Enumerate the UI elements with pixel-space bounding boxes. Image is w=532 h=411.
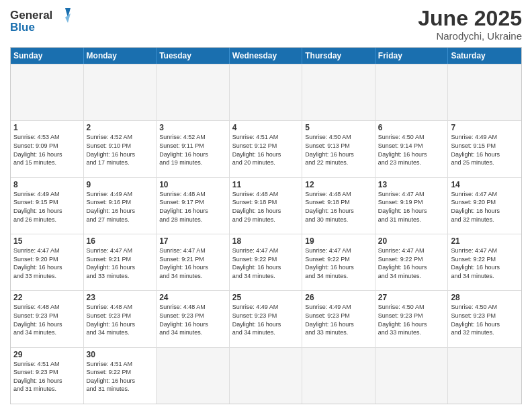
day-number: 25 [232, 293, 300, 302]
calendar-cell: 16Sunrise: 4:47 AM Sunset: 9:21 PM Dayli… [84, 234, 157, 290]
calendar-cell [375, 348, 449, 404]
calendar-cell: 20Sunrise: 4:47 AM Sunset: 9:22 PM Dayli… [375, 234, 449, 290]
cell-info: Sunrise: 4:49 AM Sunset: 9:23 PM Dayligh… [305, 303, 372, 336]
cell-info: Sunrise: 4:52 AM Sunset: 9:11 PM Dayligh… [159, 133, 226, 167]
day-number: 5 [305, 123, 372, 132]
cell-info: Sunrise: 4:47 AM Sunset: 9:19 PM Dayligh… [378, 190, 445, 224]
calendar-header-row: Sunday Monday Tuesday Wednesday Thursday… [11, 48, 521, 64]
col-sunday: Sunday [11, 48, 84, 64]
calendar-week-4: 15Sunrise: 4:47 AM Sunset: 9:20 PM Dayli… [11, 234, 521, 290]
cell-info: Sunrise: 4:50 AM Sunset: 9:13 PM Dayligh… [305, 133, 372, 167]
cell-info: Sunrise: 4:47 AM Sunset: 9:21 PM Dayligh… [87, 246, 154, 280]
title-block: June 2025 Narodychi, Ukraine [418, 7, 522, 42]
day-number: 8 [13, 180, 81, 189]
svg-text:General: General [10, 9, 52, 21]
cell-info: Sunrise: 4:47 AM Sunset: 9:20 PM Dayligh… [451, 190, 519, 224]
col-tuesday: Tuesday [157, 48, 230, 64]
calendar-cell [448, 64, 521, 120]
cell-info: Sunrise: 4:50 AM Sunset: 9:14 PM Dayligh… [378, 133, 445, 167]
cell-info: Sunrise: 4:47 AM Sunset: 9:20 PM Dayligh… [13, 246, 81, 280]
day-number: 15 [13, 236, 81, 246]
calendar-cell: 19Sunrise: 4:47 AM Sunset: 9:22 PM Dayli… [302, 234, 375, 290]
calendar-cell: 22Sunrise: 4:48 AM Sunset: 9:23 PM Dayli… [11, 291, 84, 347]
day-number: 1 [13, 123, 81, 132]
calendar-cell: 27Sunrise: 4:50 AM Sunset: 9:23 PM Dayli… [375, 291, 449, 347]
calendar-cell [230, 64, 303, 120]
day-number: 6 [378, 123, 445, 132]
calendar-week-5: 22Sunrise: 4:48 AM Sunset: 9:23 PM Dayli… [11, 290, 521, 347]
calendar-cell: 29Sunrise: 4:51 AM Sunset: 9:23 PM Dayli… [11, 348, 84, 404]
header: General Blue June 2025 Narodychi, Ukrain… [10, 7, 522, 42]
calendar-cell [448, 348, 521, 404]
cell-info: Sunrise: 4:47 AM Sunset: 9:22 PM Dayligh… [451, 246, 519, 280]
cell-info: Sunrise: 4:50 AM Sunset: 9:23 PM Dayligh… [451, 303, 519, 336]
cell-info: Sunrise: 4:48 AM Sunset: 9:18 PM Dayligh… [305, 190, 372, 224]
day-number: 17 [159, 236, 226, 246]
calendar-cell [302, 64, 375, 120]
calendar-cell: 18Sunrise: 4:47 AM Sunset: 9:22 PM Dayli… [230, 234, 303, 290]
calendar-cell: 13Sunrise: 4:47 AM Sunset: 9:19 PM Dayli… [375, 178, 449, 234]
day-number: 27 [378, 293, 445, 302]
cell-info: Sunrise: 4:53 AM Sunset: 9:09 PM Dayligh… [13, 133, 81, 167]
day-number: 29 [13, 350, 81, 359]
day-number: 23 [87, 293, 154, 302]
cell-info: Sunrise: 4:49 AM Sunset: 9:15 PM Dayligh… [451, 133, 519, 167]
cell-info: Sunrise: 4:51 AM Sunset: 9:22 PM Dayligh… [87, 360, 154, 394]
calendar-cell: 15Sunrise: 4:47 AM Sunset: 9:20 PM Dayli… [11, 234, 84, 290]
calendar-cell: 24Sunrise: 4:48 AM Sunset: 9:23 PM Dayli… [157, 291, 230, 347]
calendar-cell [11, 64, 84, 120]
day-number: 18 [232, 236, 300, 246]
day-number: 30 [87, 350, 154, 359]
calendar-cell: 25Sunrise: 4:49 AM Sunset: 9:23 PM Dayli… [230, 291, 303, 347]
calendar-cell: 21Sunrise: 4:47 AM Sunset: 9:22 PM Dayli… [448, 234, 521, 290]
calendar-body: 1Sunrise: 4:53 AM Sunset: 9:09 PM Daylig… [11, 64, 521, 404]
day-number: 14 [451, 180, 519, 189]
cell-info: Sunrise: 4:49 AM Sunset: 9:23 PM Dayligh… [232, 303, 300, 336]
cell-info: Sunrise: 4:52 AM Sunset: 9:10 PM Dayligh… [87, 133, 154, 167]
calendar-cell [375, 64, 449, 120]
calendar-week-2: 1Sunrise: 4:53 AM Sunset: 9:09 PM Daylig… [11, 120, 521, 177]
calendar: Sunday Monday Tuesday Wednesday Thursday… [10, 47, 522, 404]
cell-info: Sunrise: 4:50 AM Sunset: 9:23 PM Dayligh… [378, 303, 445, 336]
calendar-cell: 4Sunrise: 4:51 AM Sunset: 9:12 PM Daylig… [230, 121, 303, 177]
cell-info: Sunrise: 4:48 AM Sunset: 9:17 PM Dayligh… [159, 190, 226, 224]
calendar-cell: 30Sunrise: 4:51 AM Sunset: 9:22 PM Dayli… [84, 348, 157, 404]
day-number: 24 [159, 293, 226, 302]
cell-info: Sunrise: 4:48 AM Sunset: 9:23 PM Dayligh… [87, 303, 154, 336]
cell-info: Sunrise: 4:48 AM Sunset: 9:23 PM Dayligh… [13, 303, 81, 336]
calendar-cell [157, 64, 230, 120]
calendar-cell: 9Sunrise: 4:49 AM Sunset: 9:16 PM Daylig… [84, 178, 157, 234]
calendar-cell: 5Sunrise: 4:50 AM Sunset: 9:13 PM Daylig… [302, 121, 375, 177]
col-friday: Friday [375, 48, 449, 64]
day-number: 4 [232, 123, 300, 132]
logo-svg: General Blue [10, 7, 71, 35]
day-number: 21 [451, 236, 519, 246]
day-number: 3 [159, 123, 226, 132]
calendar-week-1 [11, 64, 521, 120]
day-number: 7 [451, 123, 519, 132]
cell-info: Sunrise: 4:47 AM Sunset: 9:22 PM Dayligh… [305, 246, 372, 280]
day-number: 22 [13, 293, 81, 302]
calendar-title: June 2025 [418, 7, 522, 30]
col-monday: Monday [84, 48, 157, 64]
calendar-cell: 28Sunrise: 4:50 AM Sunset: 9:23 PM Dayli… [448, 291, 521, 347]
day-number: 11 [232, 180, 300, 189]
calendar-subtitle: Narodychi, Ukraine [418, 30, 522, 42]
cell-info: Sunrise: 4:51 AM Sunset: 9:23 PM Dayligh… [13, 360, 81, 394]
cell-info: Sunrise: 4:49 AM Sunset: 9:16 PM Dayligh… [87, 190, 154, 224]
cell-info: Sunrise: 4:47 AM Sunset: 9:22 PM Dayligh… [378, 246, 445, 280]
logo: General Blue [10, 7, 71, 35]
cell-info: Sunrise: 4:51 AM Sunset: 9:12 PM Dayligh… [232, 133, 300, 167]
day-number: 2 [87, 123, 154, 132]
calendar-cell [84, 64, 157, 120]
calendar-cell: 1Sunrise: 4:53 AM Sunset: 9:09 PM Daylig… [11, 121, 84, 177]
calendar-cell: 10Sunrise: 4:48 AM Sunset: 9:17 PM Dayli… [157, 178, 230, 234]
day-number: 20 [378, 236, 445, 246]
calendar-cell: 14Sunrise: 4:47 AM Sunset: 9:20 PM Dayli… [448, 178, 521, 234]
calendar-cell: 2Sunrise: 4:52 AM Sunset: 9:10 PM Daylig… [84, 121, 157, 177]
svg-text:Blue: Blue [10, 21, 35, 34]
calendar-cell: 23Sunrise: 4:48 AM Sunset: 9:23 PM Dayli… [84, 291, 157, 347]
cell-info: Sunrise: 4:49 AM Sunset: 9:15 PM Dayligh… [13, 190, 81, 224]
calendar-cell [230, 348, 303, 404]
calendar-week-6: 29Sunrise: 4:51 AM Sunset: 9:23 PM Dayli… [11, 347, 521, 404]
